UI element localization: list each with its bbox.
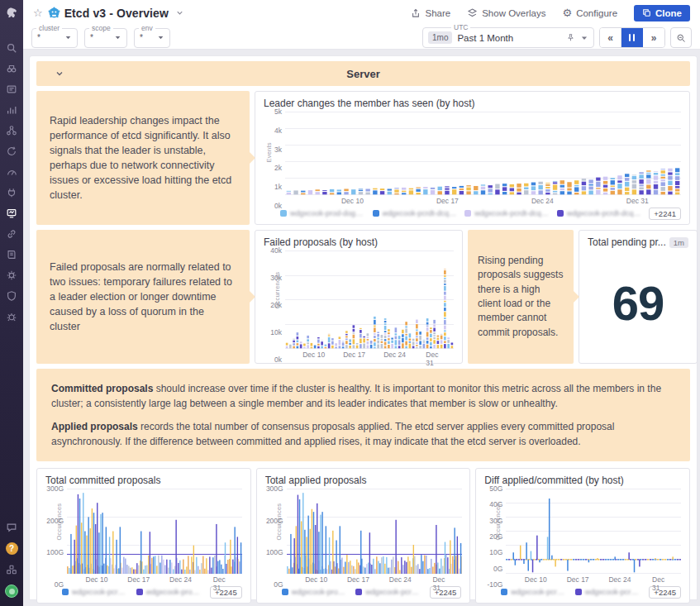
- legend-item[interactable]: wdgxcook-pcrdt-dog-wd: [575, 588, 641, 596]
- plot-area[interactable]: [285, 112, 681, 195]
- page-title: Etcd v3 - Overview: [64, 7, 169, 20]
- synthetics-icon[interactable]: [4, 227, 19, 241]
- pause-button[interactable]: [621, 28, 643, 47]
- search-icon[interactable]: [4, 41, 19, 55]
- y-axis-ticks: 5k4k3k2k1k0k: [264, 112, 285, 206]
- legend-more-badge[interactable]: +2241: [649, 208, 681, 220]
- chevron-down-icon: [157, 34, 164, 41]
- legend-item[interactable]: wdgxcook-prod-dog-wd: [136, 588, 202, 596]
- legend-item[interactable]: wdgxcook-pcrdt-dcqj-cdqxn: [557, 209, 641, 217]
- plot-area[interactable]: [506, 489, 681, 574]
- etcd-logo-icon: [48, 7, 60, 19]
- datadog-logo-icon[interactable]: [5, 6, 18, 19]
- chevron-down-icon[interactable]: [580, 34, 588, 42]
- query-value: 69: [588, 248, 688, 357]
- chat-feedback-icon[interactable]: [4, 520, 19, 535]
- favorite-star-icon[interactable]: ☆: [33, 7, 43, 19]
- y-axis-ticks: 40k30k20k10k0k: [264, 251, 285, 360]
- chart-title: Diff applied/committed (by host): [484, 475, 681, 486]
- chart-title: Total committed proposals: [45, 475, 242, 486]
- events-icon[interactable]: [4, 82, 19, 97]
- chart-legend[interactable]: wdgxcook-prod-dog-wdqctwdgxcook-pcrdt-dc…: [264, 206, 681, 221]
- legend-item[interactable]: wdgxcook-pcrdt-dcqj-cdqxt: [464, 209, 549, 217]
- time-back-button[interactable]: «: [600, 28, 621, 47]
- app-window: ? ☆ Etcd v3 - Overview Share Show Overla…: [0, 0, 700, 606]
- legend-item[interactable]: wdgxcook-pcrdt-dcqj-cd: [62, 588, 128, 596]
- dashboard-canvas: Server Rapid leadership changes impact t…: [30, 56, 697, 599]
- chart-total-applied[interactable]: Total applied proposals Occurrences 300G…: [256, 468, 471, 604]
- widget-title: Total pending pr...: [588, 236, 666, 248]
- chart-total-committed[interactable]: Total committed proposals Occurrences 30…: [36, 468, 251, 604]
- section-title: Server: [36, 68, 690, 80]
- note-failed-proposals: Failed proposals are normally related to…: [36, 230, 250, 364]
- user-avatar[interactable]: [5, 585, 18, 598]
- share-button[interactable]: Share: [411, 8, 450, 18]
- legend-item[interactable]: wdgxcook-prod-dog-wd: [282, 588, 348, 596]
- infrastructure-icon[interactable]: [4, 103, 19, 117]
- main-area: Server Rapid leadership changes impact t…: [23, 50, 700, 606]
- y-axis-ticks: 300G200G100G0G: [265, 489, 287, 585]
- x-axis-ticks: Dec 10Dec 17Dec 24Dec 31: [287, 574, 462, 585]
- title-chevron-down-icon[interactable]: [175, 8, 184, 17]
- metrics-gauge-icon[interactable]: [4, 165, 19, 179]
- network-icon[interactable]: [4, 123, 19, 138]
- filter-scope[interactable]: scope *: [84, 28, 127, 48]
- y-axis-ticks: 300G200G100G0G: [45, 489, 67, 585]
- ci-settings-icon[interactable]: [4, 268, 19, 283]
- chart-failed-proposals[interactable]: Failed proposals (by host) Occurrences 4…: [255, 230, 463, 364]
- x-axis-ticks: Dec 10Dec 17Dec 24Dec 31: [285, 195, 681, 206]
- note-pending-proposals: Rising pending proposals suggests there …: [468, 230, 574, 364]
- x-axis-ticks: Dec 10Dec 17Dec 24Dec 31: [285, 349, 454, 360]
- filter-env[interactable]: env *: [134, 28, 170, 48]
- integrations-icon[interactable]: [4, 185, 19, 200]
- note-leader-changes: Rapid leadership changes impact the perf…: [36, 91, 250, 225]
- nav-sidebar: ?: [0, 0, 23, 606]
- chevron-down-icon: [64, 34, 72, 41]
- time-range-badge: 1mo: [428, 31, 452, 44]
- dashboards-icon[interactable]: [4, 206, 19, 221]
- pause-icon: [629, 34, 636, 41]
- legend-item[interactable]: wdgxcook-pcrdt-dog-wd: [355, 588, 421, 596]
- chart-leader-changes[interactable]: Leader changes the member has seen (by h…: [255, 91, 690, 225]
- query-value-pending-proposals[interactable]: Total pending pr... 1m 69: [579, 230, 698, 364]
- plot-area[interactable]: [67, 489, 242, 574]
- y-axis-ticks: 50G40G30G20G10G0G-10G: [484, 489, 506, 585]
- clone-button[interactable]: Clone: [634, 5, 690, 21]
- time-range-picker[interactable]: UTC 1mo Past 1 Month: [422, 27, 594, 48]
- timezone-label: UTC: [451, 23, 470, 31]
- configure-button[interactable]: ⚙ Configure: [563, 7, 618, 18]
- legend-item[interactable]: wdgxcook-pcrdt-dcqj-cdqxd: [373, 209, 457, 217]
- x-axis-ticks: Dec 10Dec 17Dec 24Dec 31: [506, 574, 681, 585]
- note-committed-applied: Committed proposals should increase over…: [36, 369, 690, 461]
- gear-icon: ⚙: [563, 7, 573, 18]
- security-shield-icon[interactable]: [4, 289, 19, 303]
- pin-icon[interactable]: [566, 33, 575, 42]
- legend-item[interactable]: wdgxcook-pcrdt-dog-wd: [501, 588, 567, 596]
- show-overlays-button[interactable]: Show Overlays: [467, 7, 545, 18]
- org-icon[interactable]: [4, 562, 19, 577]
- watchdog-icon[interactable]: [4, 61, 19, 76]
- chart-title: Total applied proposals: [265, 475, 462, 486]
- plot-area[interactable]: [285, 251, 454, 349]
- section-collapse-chevron-icon[interactable]: [55, 69, 64, 79]
- overlays-icon: [467, 7, 478, 18]
- chevron-down-icon: [114, 34, 121, 41]
- filter-cluster[interactable]: cluster *: [31, 28, 78, 48]
- zoom-out-button[interactable]: [670, 27, 692, 48]
- legend-item[interactable]: wdgxcook-prod-dog-wdqct: [280, 209, 364, 217]
- bug-icon[interactable]: [4, 309, 19, 324]
- logs-icon[interactable]: [4, 247, 19, 262]
- dashboard-header: ☆ Etcd v3 - Overview Share Show Overlays…: [23, 0, 700, 50]
- section-server[interactable]: Server: [36, 61, 690, 86]
- time-forward-button[interactable]: »: [643, 28, 664, 47]
- magnifier-minus-icon: [676, 33, 686, 43]
- help-icon[interactable]: ?: [6, 542, 18, 555]
- clone-icon: [642, 8, 651, 17]
- share-icon: [411, 8, 421, 18]
- chart-title: Failed proposals (by host): [264, 236, 454, 248]
- plot-area[interactable]: [287, 489, 462, 574]
- apm-icon[interactable]: [4, 144, 19, 159]
- chart-diff-applied-committed[interactable]: Diff applied/committed (by host) Occurre…: [475, 468, 690, 604]
- x-axis-ticks: Dec 10Dec 17Dec 24Dec 31: [67, 574, 242, 585]
- time-range-label: Past 1 Month: [457, 33, 561, 43]
